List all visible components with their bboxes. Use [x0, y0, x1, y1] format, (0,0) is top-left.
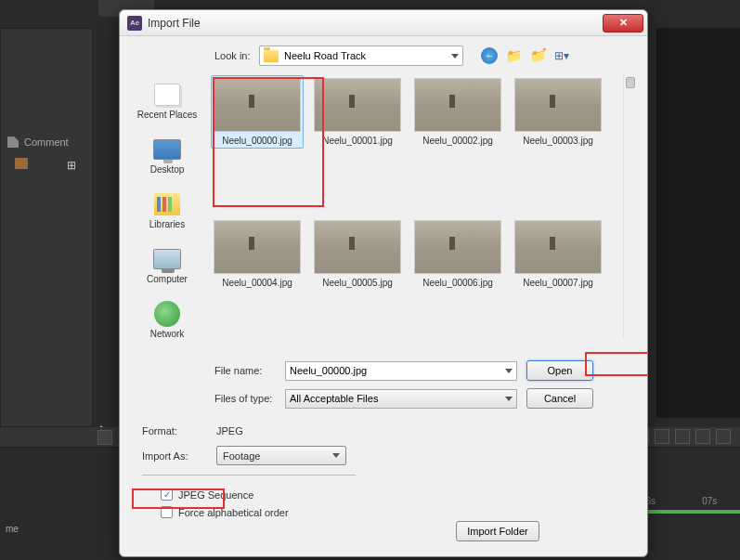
- file-name-label: Neelu_00001.jpg: [322, 136, 393, 146]
- network-icon: [154, 301, 180, 327]
- cancel-button[interactable]: Cancel: [526, 388, 593, 409]
- importas-label: Import As:: [142, 450, 198, 462]
- file-thumbnail: [414, 220, 501, 274]
- tool-r4[interactable]: [695, 429, 710, 444]
- places-network[interactable]: Network: [134, 294, 201, 345]
- file-name-label: Neelu_00005.jpg: [322, 278, 393, 288]
- file-item[interactable]: Neelu_00004.jpg: [211, 217, 304, 291]
- back-button[interactable]: ←: [480, 46, 499, 65]
- filetype-dropdown[interactable]: All Acceptable Files: [285, 389, 517, 409]
- jpeg-sequence-checkbox[interactable]: ✓: [161, 488, 173, 501]
- bg-right-tools: [634, 429, 731, 444]
- places-libraries[interactable]: Libraries: [134, 185, 201, 236]
- file-item[interactable]: Neelu_00006.jpg: [411, 217, 504, 291]
- lookin-label: Look in:: [214, 50, 252, 61]
- scroll-thumb[interactable]: [626, 77, 635, 88]
- file-thumbnail: [314, 78, 401, 132]
- lookin-dropdown[interactable]: Neelu Road Track: [259, 46, 463, 66]
- up-folder-button[interactable]: 📁: [504, 46, 523, 65]
- force-alpha-label: Force alphabetical order: [178, 507, 289, 518]
- places-network-label: Network: [150, 329, 185, 339]
- chevron-down-icon: [451, 54, 459, 59]
- filetype-value: All Acceptable Files: [290, 393, 378, 404]
- bg-left-panel: [0, 28, 93, 427]
- recent-icon: [154, 84, 180, 106]
- importas-dropdown[interactable]: Footage: [216, 446, 346, 465]
- computer-icon: [153, 249, 181, 269]
- force-alpha-checkbox[interactable]: [161, 506, 173, 518]
- dialog-title: Import File: [148, 17, 603, 30]
- places-bar: Recent Places Desktop Libraries Computer…: [131, 75, 203, 345]
- places-desktop[interactable]: Desktop: [134, 130, 201, 181]
- name-column-label: me: [6, 524, 19, 534]
- file-item[interactable]: Neelu_00003.jpg: [512, 75, 604, 149]
- tag-icon: [7, 137, 19, 148]
- divider: [142, 475, 356, 475]
- filename-value: Neelu_00000.jpg: [290, 365, 367, 376]
- importas-value: Footage: [223, 450, 260, 462]
- places-computer-label: Computer: [147, 274, 188, 284]
- new-folder-button[interactable]: 📁: [528, 46, 547, 65]
- file-item[interactable]: Neelu_00005.jpg: [311, 217, 404, 291]
- file-name-label: Neelu_00007.jpg: [523, 278, 593, 288]
- file-thumbnail: [214, 78, 301, 132]
- places-libraries-label: Libraries: [149, 219, 185, 229]
- tool-r2[interactable]: [655, 429, 669, 444]
- lookin-value: Neelu Road Track: [284, 50, 446, 61]
- view-menu-button[interactable]: ⊞▾: [552, 46, 571, 65]
- import-folder-button[interactable]: Import Folder: [456, 521, 539, 541]
- tool-r3[interactable]: [675, 429, 690, 444]
- chevron-down-icon: [505, 397, 513, 401]
- file-item[interactable]: Neelu_00002.jpg: [411, 75, 504, 149]
- places-recent-label: Recent Places: [137, 110, 197, 120]
- desktop-icon: [153, 139, 181, 160]
- file-name-label: Neelu_00000.jpg: [222, 136, 292, 146]
- file-thumbnail: [514, 78, 602, 132]
- file-thumbnail: [514, 220, 602, 274]
- libraries-icon: [154, 193, 180, 215]
- mark-07s: 07s: [702, 496, 717, 506]
- comment-text: Comment: [24, 137, 69, 148]
- file-list-area[interactable]: Neelu_00000.jpgNeelu_00001.jpgNeelu_0000…: [211, 75, 636, 345]
- file-name-label: Neelu_00003.jpg: [523, 136, 593, 146]
- hierarchy-icon[interactable]: [67, 156, 80, 169]
- filename-input[interactable]: Neelu_00000.jpg: [285, 361, 517, 381]
- format-value: JPEG: [216, 425, 243, 436]
- file-item[interactable]: Neelu_00001.jpg: [311, 75, 404, 149]
- folder-icon: [264, 50, 279, 62]
- chevron-down-icon: [332, 453, 340, 458]
- import-file-dialog: Ae Import File ✕ Look in: Neelu Road Tra…: [119, 9, 648, 557]
- file-thumbnail: [214, 220, 301, 274]
- file-item[interactable]: Neelu_00000.jpg: [211, 75, 304, 149]
- file-name-label: Neelu_00002.jpg: [422, 136, 493, 146]
- scrollbar[interactable]: [623, 75, 638, 337]
- places-recent[interactable]: Recent Places: [134, 75, 201, 126]
- close-button[interactable]: ✕: [603, 14, 643, 33]
- dialog-titlebar[interactable]: Ae Import File ✕: [120, 10, 647, 36]
- file-name-label: Neelu_00006.jpg: [422, 278, 493, 288]
- file-name-label: Neelu_00004.jpg: [222, 278, 292, 288]
- open-button[interactable]: Open: [526, 360, 593, 381]
- bg-preview-panel: [656, 28, 740, 418]
- filetype-label: Files of type:: [214, 393, 276, 404]
- jpeg-sequence-label: JPEG Sequence: [178, 489, 253, 501]
- bg-comment-label: Comment: [7, 137, 69, 148]
- tool-r5[interactable]: [716, 429, 731, 444]
- file-item[interactable]: Neelu_00007.jpg: [512, 217, 604, 291]
- file-thumbnail: [414, 78, 501, 132]
- places-computer[interactable]: Computer: [134, 240, 201, 291]
- format-label: Format:: [142, 425, 198, 436]
- filename-label: File name:: [214, 365, 276, 376]
- tool-1[interactable]: [97, 430, 112, 445]
- timeline-marks: 06s 07s: [641, 496, 717, 506]
- file-thumbnail: [314, 220, 401, 274]
- ae-app-icon: Ae: [127, 16, 142, 31]
- bg-project-item[interactable]: [15, 158, 28, 169]
- chevron-down-icon: [505, 369, 513, 373]
- places-desktop-label: Desktop: [150, 164, 185, 175]
